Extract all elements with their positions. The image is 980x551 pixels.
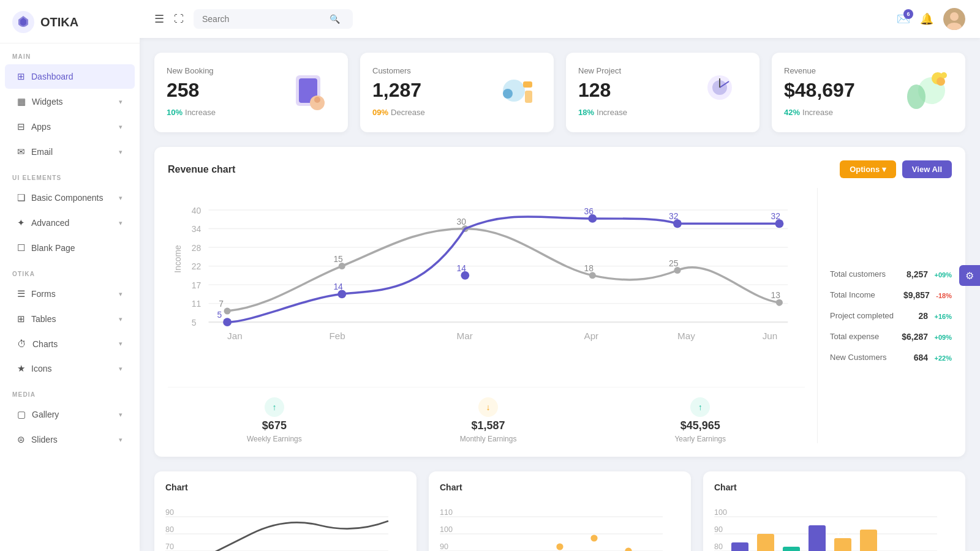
sidebar-item-widgets[interactable]: ▦ Widgets ▾ [5,89,135,114]
sidebar-item-left: ▢ Gallery [17,409,59,420]
sidebar-item-blank-page[interactable]: ☐ Blank Page [5,236,135,260]
chevron-down-icon: ▾ [119,436,123,444]
revenue-card-actions: Options ▾ View All [840,160,952,178]
sidebar-item-basic-components[interactable]: ❑ Basic Components ▾ [5,186,135,210]
search-input[interactable] [202,14,325,24]
sidebar-item-advanced[interactable]: ✦ Advanced ▾ [5,211,135,235]
chart-stat-label: New Customers [830,353,886,362]
sidebar-item-icons[interactable]: ★ Icons ▾ [5,356,135,381]
chart-stat-row: Total expense $6,287 +09% [830,331,952,342]
revenue-card: Revenue chart Options ▾ View All 40 34 2… [154,147,965,457]
stat-card-illustration [898,66,953,115]
svg-text:May: May [677,331,695,341]
sidebar-item-label: Gallery [32,410,59,419]
svg-text:15: 15 [333,254,343,264]
search-icon[interactable]: 🔍 [330,14,340,24]
sidebar-item-tables[interactable]: ⊞ Tables ▾ [5,307,135,331]
chart-stat-row: New Customers 684 +22% [830,352,952,363]
sidebar-item-label: Blank Page [31,243,75,253]
chart-stat-value: $6,287 [902,332,928,342]
tables-icon: ⊞ [17,313,25,324]
svg-text:28: 28 [192,243,202,253]
chevron-down-icon: ▾ [119,290,123,298]
chart-card-title: Chart [714,482,954,492]
svg-rect-94 [860,530,877,551]
svg-rect-91 [783,547,800,551]
sidebar-item-sliders[interactable]: ⊜ Sliders ▾ [5,427,135,452]
chart-stat-value: 8,257 [907,269,928,279]
sidebar-item-apps[interactable]: ⊟ Apps ▾ [5,114,135,139]
sidebar-item-dashboard[interactable]: ⊞ Dashboard [5,64,135,89]
sidebar-item-label: Charts [32,339,58,349]
earning-item: ↑ $45,965 Yearly Earnings [674,397,726,443]
earning-icon: ↑ [690,397,710,417]
stat-cards: New Booking 258 10% Increase Customers 1… [154,53,965,132]
stat-card-change: 18% Increase [578,108,692,117]
sidebar-section-label: UI ELEMENTS [0,165,140,185]
change-pct: 18% [578,108,594,117]
sidebar-item-label: Tables [31,314,56,324]
chart-stat-badge: +09% [935,271,952,279]
svg-point-46 [674,267,680,274]
chart-visual: 908070 [165,500,405,551]
sidebar-item-charts[interactable]: ⏱ Charts ▾ [5,332,135,356]
stat-card-title: New Booking [167,66,281,75]
sidebar-item-left: ☰ Forms [17,288,56,299]
chevron-down-icon: ▾ [119,365,123,373]
topbar: ☰ ⛶ 🔍 ✉️ 6 🔔 [140,0,980,38]
earning-amount: $675 [262,419,287,432]
svg-text:90: 90 [165,508,174,517]
chart-stat-value-group: $9,857 -18% [903,290,952,301]
svg-text:Mar: Mar [456,331,472,341]
sidebar-item-left: ✉ Email [17,146,53,157]
sidebar-item-left: ⏱ Charts [17,339,58,349]
hamburger-icon[interactable]: ☰ [154,12,164,26]
svg-point-81 [590,534,597,541]
sidebar-item-forms[interactable]: ☰ Forms ▾ [5,282,135,306]
chart-stat-row: Total Income $9,857 -18% [830,290,952,301]
chart-visual: 11010090 [440,500,680,551]
chart-stat-row: Project completed 28 +16% [830,310,952,321]
stat-card-title: Revenue [784,66,898,75]
chart-card-chart-3: Chart 10090801715 [703,471,965,551]
svg-rect-93 [834,538,851,551]
chart-card-title: Chart [440,482,680,492]
advanced-icon: ✦ [17,217,25,228]
revenue-card-header: Revenue chart Options ▾ View All [168,160,952,178]
svg-text:14: 14 [333,282,343,291]
options-button[interactable]: Options ▾ [840,160,896,178]
sidebar-item-email[interactable]: ✉ Email ▾ [5,140,135,164]
gallery-icon: ▢ [17,409,26,420]
chart-stat-label: Total Income [830,290,875,299]
stat-card-illustration [281,66,336,115]
sidebar-item-left: ❑ Basic Components [17,192,104,203]
svg-text:30: 30 [456,217,466,227]
bell-icon[interactable]: 🔔 [920,12,933,26]
sidebar-item-gallery[interactable]: ▢ Gallery ▾ [5,402,135,427]
svg-point-42 [224,308,231,315]
change-label: Increase [597,108,627,117]
stat-card-content: Revenue $48,697 42% Increase [784,66,898,117]
svg-point-82 [625,547,631,551]
settings-button[interactable]: ⚙ [959,265,980,286]
expand-icon[interactable]: ⛶ [174,13,184,24]
chevron-down-icon: ▾ [119,98,123,106]
svg-text:100: 100 [440,525,453,534]
sidebar-item-left: ▦ Widgets [17,96,63,107]
dashboard-icon: ⊞ [17,71,25,82]
svg-point-2 [950,12,959,21]
logo: OTIKA [0,0,140,43]
chart-stat-label: Project completed [830,311,894,320]
components-icon: ❑ [17,192,25,203]
earning-amount: $45,965 [680,419,720,432]
svg-text:Jan: Jan [227,331,243,341]
sidebar-item-label: Forms [31,289,56,299]
view-all-button[interactable]: View All [902,160,952,178]
chevron-down-icon: ▾ [119,148,123,156]
stat-card-new-booking: New Booking 258 10% Increase [154,53,348,132]
avatar[interactable] [943,8,965,30]
mail-icon[interactable]: ✉️ 6 [897,12,910,26]
chart-stat-value-group: 8,257 +09% [907,269,952,280]
stat-card-change: 09% Decrease [372,108,486,117]
stat-card-content: New Project 128 18% Increase [578,66,692,117]
